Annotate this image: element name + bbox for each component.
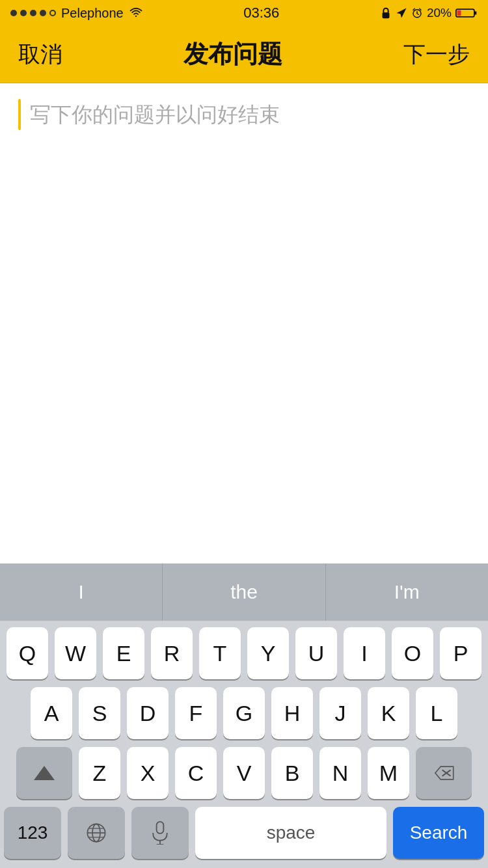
shift-key[interactable] [16,747,72,799]
carrier-label: Pelephone [61,6,124,21]
key-e[interactable]: E [103,627,144,679]
key-s[interactable]: S [79,687,120,739]
keyboard-rows: Q W E R T Y U I O P A S D F G H J K L [0,621,488,868]
battery-icon [455,7,478,19]
key-f[interactable]: F [175,687,217,739]
key-h[interactable]: H [271,687,313,739]
key-q[interactable]: Q [7,627,48,679]
next-button[interactable]: 下一步 [403,40,470,70]
status-right: 20% [380,6,478,20]
backspace-key[interactable] [416,747,472,799]
key-m[interactable]: M [368,747,409,799]
key-y[interactable]: Y [247,627,289,679]
svg-rect-0 [383,12,390,18]
input-placeholder: 写下你的问题并以问好结束 [30,103,280,126]
key-c[interactable]: C [175,747,217,799]
shift-icon [34,766,55,780]
page-title: 发布问题 [183,38,282,71]
backspace-icon [432,764,455,782]
key-row-bottom: 123 space Search [4,807,484,865]
alarm-icon [411,7,423,19]
globe-key[interactable] [68,807,125,859]
mic-key[interactable] [131,807,189,859]
signal-dots [10,10,56,16]
cancel-button[interactable]: 取消 [18,40,62,70]
nav-bar: 取消 发布问题 下一步 [0,26,488,83]
mic-icon [150,821,170,845]
predictive-bar: I the I'm [0,563,488,621]
key-o[interactable]: O [392,627,433,679]
status-left: Pelephone [10,6,143,21]
search-key[interactable]: Search [393,807,484,859]
globe-icon [85,822,107,844]
location-icon [396,7,407,19]
dot2 [20,10,27,16]
key-u[interactable]: U [295,627,337,679]
svg-rect-4 [457,10,461,16]
keyboard: I the I'm Q W E R T Y U I O P A S D F G … [0,563,488,868]
svg-rect-3 [474,11,476,14]
key-row-1: Q W E R T Y U I O P [4,627,484,679]
space-key[interactable]: space [195,807,386,859]
key-i[interactable]: I [344,627,385,679]
battery-percentage: 20% [427,6,452,20]
key-d[interactable]: D [127,687,169,739]
key-b[interactable]: B [271,747,313,799]
key-g[interactable]: G [223,687,265,739]
dot5 [49,10,56,16]
key-l[interactable]: L [416,687,457,739]
numbers-key[interactable]: 123 [4,807,61,859]
wifi-icon [129,8,143,18]
dot1 [10,10,17,16]
key-w[interactable]: W [55,627,96,679]
predict-item-2[interactable]: the [163,563,325,621]
key-z[interactable]: Z [79,747,120,799]
key-row-3: Z X C V B N M [4,747,484,799]
dot3 [30,10,36,16]
dot4 [40,10,46,16]
status-bar: Pelephone 03:36 20% [0,0,488,26]
status-time: 03:36 [243,5,279,21]
lock-icon [380,7,392,20]
input-cursor [18,99,21,130]
key-p[interactable]: P [440,627,481,679]
svg-rect-12 [157,822,164,834]
key-r[interactable]: R [151,627,193,679]
key-k[interactable]: K [368,687,409,739]
predict-item-1[interactable]: I [0,563,163,621]
key-j[interactable]: J [319,687,361,739]
content-area[interactable]: 写下你的问题并以问好结束 [0,83,488,526]
key-row-2: A S D F G H J K L [4,687,484,739]
key-v[interactable]: V [223,747,265,799]
key-x[interactable]: X [127,747,169,799]
predict-item-3[interactable]: I'm [326,563,488,621]
key-n[interactable]: N [319,747,361,799]
key-t[interactable]: T [199,627,241,679]
key-a[interactable]: A [31,687,72,739]
